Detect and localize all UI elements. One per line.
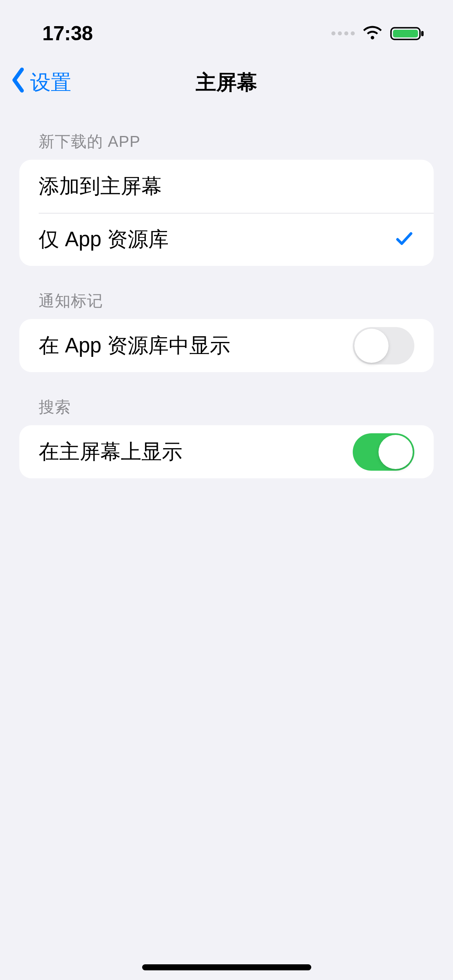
toggle-badges-library[interactable]	[353, 327, 414, 364]
row-badges-show-in-library: 在 App 资源库中显示	[19, 319, 434, 372]
wifi-icon	[362, 25, 383, 41]
back-label: 设置	[30, 69, 71, 97]
svg-rect-2	[421, 31, 424, 36]
group-new-apps: 添加到主屏幕 仅 App 资源库	[19, 160, 434, 266]
group-badges: 在 App 资源库中显示	[19, 319, 434, 372]
section-header-new-apps: 新下载的 APP	[19, 109, 434, 160]
switch-knob	[354, 329, 389, 363]
sim-indicator	[331, 31, 355, 35]
option-label: 仅 App 资源库	[39, 226, 169, 253]
row-label: 在主屏幕上显示	[39, 438, 182, 466]
back-button[interactable]: 设置	[10, 67, 71, 98]
section-header-badges: 通知标记	[19, 266, 434, 319]
content: 新下载的 APP 添加到主屏幕 仅 App 资源库 通知标记 在 App 资源库…	[0, 109, 453, 478]
option-label: 添加到主屏幕	[39, 173, 162, 200]
option-add-to-home[interactable]: 添加到主屏幕	[19, 160, 434, 213]
row-label: 在 App 资源库中显示	[39, 332, 230, 360]
toggle-search-home[interactable]	[353, 433, 414, 471]
svg-rect-1	[393, 30, 418, 37]
switch-knob	[379, 435, 413, 469]
checkmark-icon	[394, 229, 414, 250]
nav-bar: 设置 主屏幕	[0, 56, 453, 109]
home-indicator[interactable]	[142, 964, 311, 970]
status-bar: 17:38	[0, 0, 453, 56]
status-time: 17:38	[42, 22, 93, 45]
row-search-show-on-home: 在主屏幕上显示	[19, 425, 434, 478]
battery-icon	[390, 25, 425, 41]
section-header-search: 搜索	[19, 372, 434, 425]
option-app-library-only[interactable]: 仅 App 资源库	[19, 213, 434, 266]
status-right	[331, 25, 425, 41]
chevron-left-icon	[10, 67, 26, 98]
group-search: 在主屏幕上显示	[19, 425, 434, 478]
page-title: 主屏幕	[196, 69, 257, 97]
